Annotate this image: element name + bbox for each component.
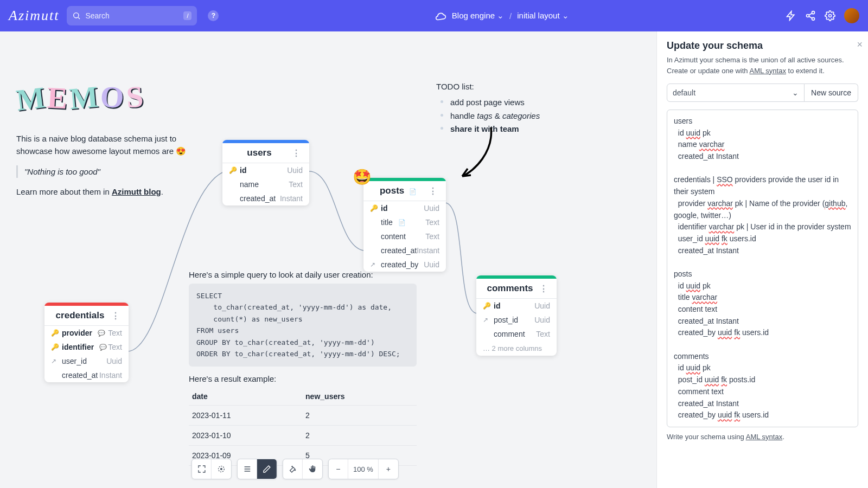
canvas[interactable]: MEMOS This is a naive blog database sche…: [0, 31, 656, 488]
help-icon[interactable]: ?: [208, 10, 219, 21]
search-icon: [72, 11, 81, 20]
table-row[interactable]: 🔑provider 💬Text: [44, 326, 129, 340]
table-menu[interactable]: ⋮: [290, 148, 303, 158]
sql-code: SELECT to_char(created_at, 'yyyy-mm-dd')…: [189, 284, 417, 367]
layout-dropdown[interactable]: initial layout⌄: [517, 11, 569, 21]
table-credentials[interactable]: credentials⋮🔑provider 💬Text🔑identifier 💬…: [44, 303, 129, 382]
search-kbd: /: [183, 11, 192, 20]
table-row[interactable]: ↗post_idUuid: [476, 313, 557, 327]
topbar: Azimutt / ? Blog engine⌄ / initial layou…: [0, 0, 868, 31]
table-row[interactable]: commentText: [476, 327, 557, 341]
edit-button[interactable]: [257, 459, 277, 479]
table-posts[interactable]: posts 📄⋮🔑idUuidtitle 📄TextcontentTextcre…: [363, 178, 446, 272]
table-comments[interactable]: comments⋮🔑idUuid↗post_idUuidcommentText……: [476, 275, 557, 356]
table-row[interactable]: created_atInstant: [44, 368, 129, 382]
zoom-out-button[interactable]: −: [329, 459, 348, 479]
table-row[interactable]: ↗user_idUuid: [44, 354, 129, 368]
sidebar: × Update your schema In Azimutt your sch…: [656, 31, 868, 488]
table-menu[interactable]: ⋮: [426, 186, 439, 196]
svg-point-1: [812, 11, 815, 14]
canvas-toolbar: − 100 % +: [192, 459, 399, 479]
project-dropdown[interactable]: Blog engine⌄: [452, 11, 504, 21]
list-button[interactable]: [238, 459, 257, 479]
blog-link[interactable]: Azimutt blog: [112, 187, 161, 196]
svg-point-2: [807, 15, 809, 17]
table-row[interactable]: nameText: [222, 177, 309, 191]
cloud-icon: [436, 10, 446, 21]
svg-point-3: [812, 17, 815, 20]
new-source-button[interactable]: New source: [805, 84, 858, 102]
table-row[interactable]: created_atInstant: [363, 243, 446, 258]
source-select[interactable]: default⌄: [667, 84, 805, 102]
query-memo: Here's a simple query to look at daily u…: [189, 270, 417, 466]
close-icon[interactable]: ×: [857, 39, 863, 50]
table-row[interactable]: contentText: [363, 229, 446, 243]
table-users[interactable]: users⋮🔑idUuidnameTextcreated_atInstant: [222, 140, 309, 206]
magic-button[interactable]: [283, 459, 303, 479]
sidebar-desc: In Azimutt your schema is the union of a…: [667, 55, 858, 76]
topbar-actions: [786, 8, 859, 23]
fullscreen-button[interactable]: [192, 459, 212, 479]
table-menu[interactable]: ⋮: [537, 284, 550, 294]
zoom-in-button[interactable]: +: [379, 459, 398, 479]
aml-link[interactable]: AML syntax: [750, 67, 786, 75]
table-row[interactable]: created_atInstant: [222, 191, 309, 206]
table-row[interactable]: 🔑idUuid: [222, 163, 309, 177]
svg-point-6: [221, 468, 222, 470]
breadcrumb: Blog engine⌄ / initial layout⌄: [226, 10, 778, 21]
emoji-star: 🤩: [353, 168, 372, 186]
table-menu[interactable]: ⋮: [109, 311, 122, 321]
aml-link-2[interactable]: AML syntax: [746, 433, 782, 441]
schema-textarea[interactable]: users id uuid pk name varchar created_at…: [667, 110, 858, 427]
sidebar-footer: Write your schema using AML syntax.: [667, 433, 858, 441]
table-row[interactable]: title 📄Text: [363, 215, 446, 229]
share-icon[interactable]: [805, 10, 816, 21]
search-input[interactable]: [85, 11, 183, 20]
table-row[interactable]: 🔑idUuid: [476, 299, 557, 313]
gear-icon[interactable]: [825, 10, 835, 21]
intro-memo: This is a naive blog database schema jus…: [16, 132, 195, 198]
hand-button[interactable]: [303, 459, 322, 479]
more-columns[interactable]: … 2 more columns: [476, 341, 557, 356]
logo: Azimutt: [9, 8, 59, 24]
svg-point-0: [74, 13, 79, 18]
avatar[interactable]: [844, 8, 859, 23]
zoom-level[interactable]: 100 %: [348, 459, 379, 479]
bolt-icon[interactable]: [786, 10, 796, 21]
table-row[interactable]: 🔑idUuid: [363, 201, 446, 215]
memos-title: MEMOS: [16, 79, 145, 116]
result-table: datenew_users 2023-01-1122023-01-1022023…: [189, 388, 417, 466]
sidebar-title: Update your schema: [667, 40, 858, 52]
svg-point-4: [829, 15, 832, 17]
fit-button[interactable]: [212, 459, 231, 479]
search-input-wrap[interactable]: /: [67, 6, 197, 25]
arrow-icon: [456, 125, 499, 184]
chevron-down-icon: ⌄: [792, 88, 799, 97]
table-row[interactable]: 🔑identifier 💬Text: [44, 340, 129, 354]
